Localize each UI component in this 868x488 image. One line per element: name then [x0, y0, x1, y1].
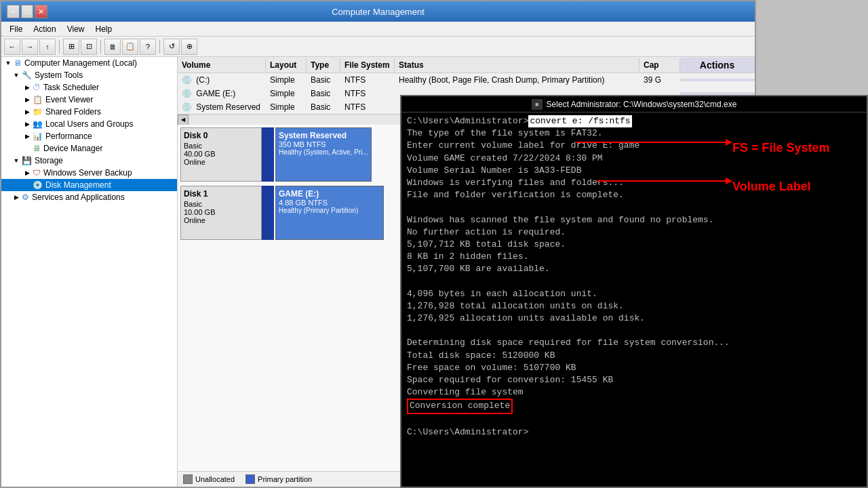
sidebar-item-shared-folders[interactable]: ▶ 📁 Shared Folders [1, 106, 177, 118]
disk-0-size: 40.00 GB [184, 150, 258, 158]
expand-device-icon [23, 144, 31, 152]
col-fs-header[interactable]: File System [340, 58, 395, 72]
sidebar-item-device-manager[interactable]: 🖥 Device Manager [1, 142, 177, 155]
toolbar-sep1 [59, 40, 60, 54]
close-button[interactable]: ✕ [35, 5, 47, 18]
col-type-header[interactable]: Type [307, 58, 340, 72]
disk-0-stripe [262, 127, 274, 182]
sidebar-item-task-scheduler[interactable]: ▶ ⏱ Task Scheduler [1, 81, 177, 94]
performance-label: Performance [45, 131, 92, 141]
cmd-line-18: Determining disk space required for file… [407, 337, 861, 349]
maximize-button[interactable]: □ [21, 5, 34, 18]
toolbar-sep2 [100, 40, 101, 54]
sidebar-item-event-viewer[interactable]: ▶ 📋 Event Viewer [1, 94, 177, 106]
services-icon: ⚙ [22, 192, 29, 202]
cmd-line-prompt-final: C:\Users\Administrator> [407, 426, 861, 439]
col-actions-header: Actions [680, 58, 755, 73]
cmd-input[interactable]: convert e: /fs:ntfs [528, 115, 631, 127]
disk-1-info: Disk 1 Basic 10.00 GB Online [180, 186, 262, 240]
cmd-title: Select Administrator: C:\Windows\system3… [547, 100, 737, 109]
primary-label: Primary partition [258, 475, 312, 483]
expand-event-icon: ▶ [23, 96, 31, 104]
new-button[interactable]: 🗎 [104, 39, 121, 55]
minimize-button[interactable]: − [7, 5, 20, 18]
disk-0-system-reserved[interactable]: System Reserved 350 MB NTFS Healthy (Sys… [275, 127, 372, 182]
menu-bar: File Action View Help [1, 22, 755, 37]
up-button[interactable]: ↑ [39, 39, 56, 55]
partition-status: Healthy (System, Active, Pri... [279, 148, 368, 156]
table-row[interactable]: 💿 (C:) Simple Basic NTFS Healthy (Boot, … [178, 73, 755, 87]
shared-folders-label: Shared Folders [45, 107, 101, 117]
cmd-line-10: 5,107,712 KB total disk space. [407, 239, 861, 251]
cell-volume-2: 💿 System Reserved [178, 101, 266, 113]
arrow-volume [597, 171, 732, 191]
cell-volume-1: 💿 GAME (E:) [178, 87, 266, 100]
sidebar-item-storage[interactable]: ▼ 💾 Storage [1, 155, 177, 167]
tree-panel: ▼ 🖥 Computer Management (Local) ▼ 🔧 Syst… [1, 57, 178, 487]
cmd-title-bar: ■ Select Administrator: C:\Windows\syste… [401, 96, 867, 113]
cmd-line-20: Free space on volume: 5107700 KB [407, 362, 861, 374]
cmd-line-11: 8 KB in 2 hidden files. [407, 251, 861, 263]
cmd-line-21: Space required for conversion: 15455 KB [407, 374, 861, 386]
volume-icon-1: 💿 [182, 89, 192, 98]
cell-type-1: Basic [307, 87, 340, 100]
svg-marker-1 [726, 139, 732, 146]
view-button[interactable]: ⊡ [81, 39, 97, 55]
cell-cap-0: 39 G [639, 74, 680, 86]
task-scheduler-label: Task Scheduler [43, 83, 99, 92]
sidebar-item-disk-management[interactable]: 💿 Disk Management [1, 179, 177, 191]
col-volume-header[interactable]: Volume [178, 58, 266, 72]
tree-root[interactable]: ▼ 🖥 Computer Management (Local) [1, 57, 177, 69]
export-button[interactable]: ⊕ [181, 39, 197, 55]
scroll-left-button[interactable]: ◀ [178, 115, 189, 125]
backup-icon: 🛡 [33, 168, 41, 178]
system-tools-label: System Tools [35, 70, 83, 80]
sidebar-item-system-tools[interactable]: ▼ 🔧 System Tools [1, 69, 177, 81]
cmd-line-13 [407, 275, 861, 287]
sidebar-item-performance[interactable]: ▶ 📊 Performance [1, 130, 177, 142]
backup-label: Windows Server Backup [43, 168, 132, 178]
col-layout-header[interactable]: Layout [266, 58, 307, 72]
menu-view[interactable]: View [62, 23, 90, 35]
expand-task-icon: ▶ [23, 83, 31, 92]
cell-status-0: Healthy (Boot, Page File, Crash Dump, Pr… [395, 74, 639, 86]
help-button[interactable]: ? [140, 39, 156, 55]
cell-fs-0: NTFS [340, 74, 395, 86]
disk-1-game[interactable]: GAME (E:) 4.88 GB NTFS Healthy (Primary … [275, 186, 384, 240]
computer-icon: 🖥 [14, 58, 22, 68]
cmd-line-12: 5,107,700 KB are available. [407, 263, 861, 275]
col-cap-header[interactable]: Cap [639, 58, 680, 72]
sidebar-item-local-users[interactable]: ▶ 👥 Local Users and Groups [1, 118, 177, 130]
cmd-line-15: 1,276,928 total allocation units on disk… [407, 300, 861, 312]
sidebar-item-services-apps[interactable]: ▶ ⚙ Services and Applications [1, 191, 177, 203]
conversion-complete-text: Conversion complete [407, 399, 513, 413]
partition-size: 350 MB NTFS [279, 140, 368, 148]
cell-actions-1 [680, 92, 755, 95]
disk-1-status: Online [184, 216, 258, 224]
disk-1-size: 10.00 GB [184, 208, 258, 216]
device-manager-icon: 🖥 [33, 144, 41, 153]
title-bar: − □ ✕ Computer Management [1, 1, 755, 22]
cmd-line-9: No further action is required. [407, 226, 861, 239]
refresh-button[interactable]: ↺ [163, 39, 180, 55]
performance-icon: 📊 [33, 131, 43, 141]
back-button[interactable]: ← [4, 39, 20, 55]
menu-action[interactable]: Action [28, 23, 61, 35]
cell-fs-1: NTFS [340, 87, 395, 100]
cell-cap-1 [639, 92, 680, 95]
cell-volume-0: 💿 (C:) [178, 74, 266, 86]
toolbar-sep3 [159, 40, 160, 54]
show-hide-button[interactable]: ⊞ [63, 39, 79, 55]
menu-file[interactable]: File [4, 23, 28, 35]
volume-icon-0: 💿 [182, 75, 192, 85]
col-status-header[interactable]: Status [395, 58, 639, 72]
menu-help[interactable]: Help [90, 23, 118, 35]
sidebar-item-windows-backup[interactable]: ▶ 🛡 Windows Server Backup [1, 167, 177, 179]
cell-type-0: Basic [307, 74, 340, 86]
table-header: Volume Layout Type File System Status Ca… [178, 57, 755, 73]
cell-actions-0 [680, 79, 755, 81]
annotation-fs: FS = File System [732, 141, 830, 155]
properties-button[interactable]: 📋 [122, 39, 138, 55]
forward-button[interactable]: → [22, 39, 38, 55]
cmd-line-16: 1,276,925 allocation units available on … [407, 312, 861, 325]
